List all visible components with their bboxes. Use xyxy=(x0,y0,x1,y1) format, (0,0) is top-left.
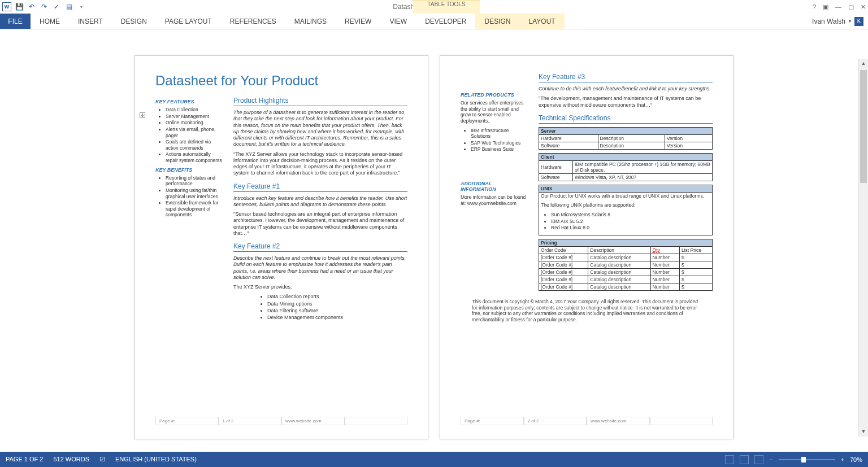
paragraph: "Sensor based technologies are an integr… xyxy=(233,211,407,237)
key-feature-1-heading: Key Feature #1 xyxy=(233,182,407,192)
redo-icon[interactable]: ↷ xyxy=(40,2,49,11)
table-tools-contextual: TABLE TOOLS xyxy=(413,0,480,14)
key-benefits-list: Reporting of status and performanceMonit… xyxy=(155,175,223,218)
scroll-thumb[interactable] xyxy=(860,70,867,183)
help-icon[interactable]: ? xyxy=(813,3,816,11)
document-page-1[interactable]: ✢ Datasheet for Your Product KEY FEATURE… xyxy=(134,55,428,439)
ribbon: FILE HOME INSERT DESIGN PAGE LAYOUT REFE… xyxy=(0,14,868,29)
table-anchor-icon[interactable]: ✢ xyxy=(140,112,145,118)
scroll-down-icon[interactable]: ▼ xyxy=(859,427,868,437)
maximize-icon[interactable]: ▢ xyxy=(848,3,854,11)
paragraph: Our services offer enterprises the abili… xyxy=(461,100,528,124)
zoom-slider[interactable] xyxy=(779,459,835,460)
paragraph: "The development, management and mainten… xyxy=(539,95,713,108)
save-icon[interactable]: 💾 xyxy=(15,2,24,11)
copyright-notice: This document is copyright © March 4, 20… xyxy=(461,299,713,323)
tab-view[interactable]: VIEW xyxy=(380,14,416,29)
tab-design[interactable]: DESIGN xyxy=(112,14,156,29)
status-bar: PAGE 1 OF 2 512 WORDS ☑ ENGLISH (UNITED … xyxy=(0,452,868,467)
page-footer: Page #: 2 of 2 www.website.com xyxy=(461,417,713,425)
close-icon[interactable]: ✕ xyxy=(861,3,866,11)
zoom-in-icon[interactable]: + xyxy=(841,456,844,463)
quick-access-toolbar: W 💾 ↶ ↷ ✓ ▤ ▾ xyxy=(0,2,86,11)
tab-developer[interactable]: DEVELOPER xyxy=(416,14,475,29)
key-feature-2-heading: Key Feature #2 xyxy=(233,242,407,252)
tab-table-layout[interactable]: LAYOUT xyxy=(520,14,565,29)
scroll-up-icon[interactable]: ▲ xyxy=(859,59,868,68)
unix-table: UNIX Our Product for UNIX works with a b… xyxy=(539,185,713,235)
ribbon-display-icon[interactable]: ▣ xyxy=(823,3,828,11)
tab-table-design[interactable]: DESIGN xyxy=(475,14,519,29)
tab-page-layout[interactable]: PAGE LAYOUT xyxy=(156,14,221,29)
doc-title: Datasheet for Your Product xyxy=(155,73,407,89)
view-print-icon[interactable] xyxy=(740,455,749,464)
user-area[interactable]: Ivan Walsh ▾ K xyxy=(812,14,868,29)
server-table: Server HardwareDescriptionVersion Softwa… xyxy=(539,127,713,150)
tab-references[interactable]: REFERENCES xyxy=(221,14,285,29)
status-proofing-icon[interactable]: ☑ xyxy=(99,456,105,463)
key-features-heading: KEY FEATURES xyxy=(155,99,223,104)
word-icon: W xyxy=(2,2,11,11)
paragraph: The purpose of a datasheet is to generat… xyxy=(233,110,407,148)
additional-info-heading: ADDITIONAL INFORMATION xyxy=(461,181,528,192)
qat-custom-icon[interactable]: ▤ xyxy=(64,2,73,11)
zoom-out-icon[interactable]: − xyxy=(769,456,772,463)
view-read-icon[interactable] xyxy=(725,455,734,464)
user-name: Ivan Walsh xyxy=(812,18,845,25)
related-products-list: IBM Infrastructure SolutionsSAP Web Tech… xyxy=(461,128,528,153)
document-canvas[interactable]: ✢ Datasheet for Your Product KEY FEATURE… xyxy=(0,29,868,452)
page-footer: Page #: 1 of 2 www.website.com xyxy=(155,417,407,425)
zoom-level[interactable]: 70% xyxy=(850,456,862,463)
page1-sidebar: KEY FEATURES Data CollectionServer Manag… xyxy=(155,97,223,324)
status-page[interactable]: PAGE 1 OF 2 xyxy=(6,456,43,463)
tab-mailings[interactable]: MAILINGS xyxy=(285,14,336,29)
paragraph: Continue to do this with each feature/be… xyxy=(539,86,713,92)
title-bar: W 💾 ↶ ↷ ✓ ▤ ▾ Datasheet Template - Word … xyxy=(0,0,868,14)
paragraph: The XYZ Server provides: xyxy=(233,284,407,290)
key-features-list: Data CollectionServer Management Online … xyxy=(155,107,223,164)
paragraph: Introduce each key feature and describe … xyxy=(233,195,407,208)
window-controls: ? ▣ — ▢ ✕ xyxy=(813,3,866,11)
document-page-2[interactable]: RELATED PRODUCTS Our services offer ente… xyxy=(440,55,734,439)
undo-icon[interactable]: ↶ xyxy=(27,2,36,11)
page2-main: Key Feature #3 Continue to do this with … xyxy=(539,73,713,294)
status-words[interactable]: 512 WORDS xyxy=(53,456,89,463)
page2-sidebar: RELATED PRODUCTS Our services offer ente… xyxy=(461,73,528,294)
paragraph: More information can be found at: www.yo… xyxy=(461,194,528,206)
tab-review[interactable]: REVIEW xyxy=(336,14,380,29)
user-badge: K xyxy=(854,17,863,26)
file-tab[interactable]: FILE xyxy=(0,14,31,29)
paragraph: Describe the next feature and continue t… xyxy=(233,255,407,281)
tab-insert[interactable]: INSERT xyxy=(69,14,112,29)
pricing-table: Pricing Order CodeDescriptionQtyList Pri… xyxy=(539,239,713,291)
related-products-heading: RELATED PRODUCTS xyxy=(461,92,528,98)
qat-dropdown-icon[interactable]: ▾ xyxy=(77,2,86,11)
page1-main: Product Highlights The purpose of a data… xyxy=(233,97,407,324)
tab-home[interactable]: HOME xyxy=(31,14,69,29)
product-highlights-heading: Product Highlights xyxy=(233,97,407,106)
kf2-list: Data Collection reportsData Mining optio… xyxy=(233,294,407,321)
view-web-icon[interactable] xyxy=(754,455,763,464)
client-table: Client HardwareIBM compatible PC (2Ghz p… xyxy=(539,153,713,181)
minimize-icon[interactable]: — xyxy=(835,3,841,11)
status-language[interactable]: ENGLISH (UNITED STATES) xyxy=(115,456,197,463)
key-benefits-heading: KEY BENEFITS xyxy=(155,167,223,173)
tech-specs-heading: Technical Specifications xyxy=(539,114,713,124)
paragraph: "The XYZ Server allows your technology s… xyxy=(233,151,407,177)
spelling-icon[interactable]: ✓ xyxy=(52,2,61,11)
vertical-scrollbar[interactable]: ▲ ▼ xyxy=(858,59,868,437)
key-feature-3-heading: Key Feature #3 xyxy=(539,73,713,82)
